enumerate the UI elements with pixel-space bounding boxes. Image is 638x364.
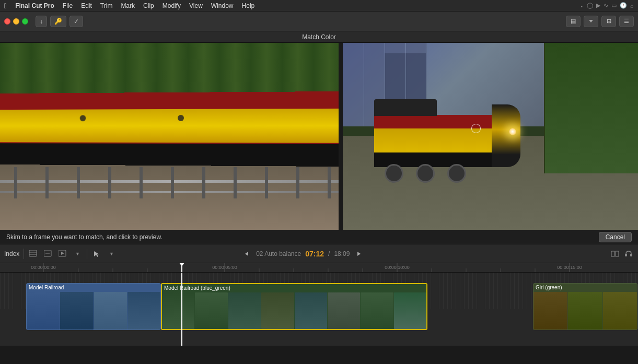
clip-girl-green[interactable]: Girl (green) — [533, 283, 637, 330]
prev-clip-button[interactable] — [241, 249, 252, 259]
list-icon: ☰ — [624, 18, 629, 25]
svg-marker-17 — [61, 252, 64, 255]
window-menu[interactable]: Window — [207, 2, 238, 9]
edit-menu[interactable]: Edit — [77, 2, 96, 9]
battery-icon: ▭ — [611, 2, 617, 9]
train-body-container — [0, 92, 339, 166]
close-button[interactable] — [4, 18, 10, 25]
loco-cab — [374, 99, 437, 116]
loco-red-stripe — [374, 115, 500, 130]
tracks-playhead — [181, 273, 182, 346]
wheel-2 — [416, 164, 435, 183]
modify-menu[interactable]: Modify — [158, 2, 185, 9]
bg-thumb-8 — [394, 292, 426, 329]
skim-bar: Skim to a frame you want to match, and c… — [0, 230, 638, 244]
pointer-tool-dropdown[interactable]: ▼ — [106, 249, 117, 259]
clip-model-railroad[interactable]: Model Railroad — [26, 283, 161, 330]
bg-thumb-4 — [261, 292, 294, 329]
thumb-3 — [94, 292, 127, 330]
train-mark-2 — [178, 115, 184, 121]
filmstrip-icon — [29, 250, 38, 257]
svg-rect-11 — [29, 250, 37, 256]
arrow-tool-icon — [93, 250, 100, 257]
clip-model-railroad-blue-green[interactable]: Model Railroad (blue_green) — [161, 283, 427, 330]
key-button[interactable]: 🔑 — [50, 16, 66, 27]
train-car — [0, 91, 339, 167]
layout-dropdown-button[interactable] — [584, 16, 598, 27]
clip-appearance-btn-2[interactable] — [43, 249, 53, 259]
search-menu-icon[interactable]: ⌕ — [630, 3, 634, 9]
video-icon — [59, 250, 67, 257]
loco-yellow-band — [374, 128, 500, 154]
wheel-1 — [385, 164, 403, 183]
toolbar: ↓ 🔑 ✓ ▤ ⊞ ☰ — [0, 11, 638, 31]
loco-headlight — [509, 128, 516, 135]
fullscreen-button[interactable] — [22, 18, 28, 25]
thumb-2 — [60, 292, 93, 330]
svg-rect-21 — [625, 254, 627, 256]
right-trees — [544, 43, 638, 173]
bg-thumb-7 — [361, 292, 393, 329]
timecode-separator: / — [328, 250, 330, 257]
download-icon: ↓ — [40, 18, 43, 25]
ruler-playhead — [181, 263, 182, 273]
zoom-to-fit-button[interactable] — [610, 249, 620, 259]
mark-menu[interactable]: Mark — [117, 2, 139, 9]
clip-height-dropdown[interactable]: ▼ — [72, 249, 83, 259]
bg-thumb-5 — [295, 292, 327, 329]
pointer-tool-btn[interactable] — [91, 249, 102, 259]
index-button[interactable]: Index — [4, 250, 19, 257]
clip-appearance-btn-1[interactable] — [28, 249, 39, 259]
trim-menu[interactable]: Trim — [96, 2, 117, 9]
clip-label-model-railroad: Model Railroad — [29, 285, 64, 290]
viewer-area — [0, 43, 638, 230]
list-view-button[interactable]: ☰ — [619, 16, 634, 27]
view-menu[interactable]: View — [185, 2, 207, 9]
match-color-label: Match Color — [302, 33, 336, 41]
toolbar-right: ▤ ⊞ ☰ — [566, 16, 634, 27]
left-viewer[interactable] — [0, 43, 339, 230]
auto-balance-label: 02 Auto balance — [256, 250, 301, 257]
file-menu[interactable]: File — [59, 2, 77, 9]
bg-thumb-3 — [228, 292, 261, 329]
locomotive-container — [374, 99, 520, 183]
layout-viewer-button[interactable]: ▤ — [566, 16, 581, 27]
dropbox-icon: ⬩ — [580, 3, 584, 9]
clip-menu[interactable]: Clip — [139, 2, 158, 9]
bg-thumb-1 — [162, 292, 194, 329]
thumb-1 — [27, 292, 60, 330]
glass-line-1 — [364, 43, 364, 126]
arrow-left-icon — [245, 252, 248, 256]
check-button[interactable]: ✓ — [69, 16, 83, 27]
cursor-indicator — [471, 124, 481, 133]
traffic-lights — [4, 18, 28, 25]
total-timecode: 18:09 — [334, 250, 350, 257]
clip-thumbstrip-3 — [533, 284, 637, 330]
timeline-ruler: 00:00:00:00 00:00:05:00 00:00:10:00 00:0… — [0, 263, 638, 273]
check-icon: ✓ — [74, 18, 79, 25]
download-button[interactable]: ↓ — [36, 16, 47, 27]
app-name-menu[interactable]: Final Cut Pro — [11, 2, 59, 9]
train-yellow — [0, 107, 339, 145]
right-viewer[interactable] — [343, 43, 638, 230]
apple-logo-icon[interactable]:  — [4, 2, 7, 10]
timeline-right-controls — [610, 249, 634, 259]
right-video-frame — [343, 43, 638, 230]
ruler-ticks-svg — [0, 263, 638, 273]
key-icon: 🔑 — [54, 18, 62, 25]
match-color-title-bar: Match Color — [0, 31, 638, 43]
audio-button[interactable] — [623, 249, 634, 259]
girl-thumb-2 — [568, 292, 602, 330]
cancel-button[interactable]: Cancel — [599, 232, 632, 242]
minimize-button[interactable] — [13, 18, 19, 25]
bg-thumb-6 — [328, 292, 360, 329]
loco-nose — [492, 104, 520, 167]
help-menu[interactable]: Help — [238, 2, 259, 9]
headphone-icon — [624, 250, 633, 257]
grid-view-button[interactable]: ⊞ — [601, 16, 616, 27]
timeline-controls-bar: Index ▼ ▼ 02 Auto balance 07:12 / 18:09 — [0, 244, 638, 263]
clip-appearance-btn-3[interactable] — [57, 249, 68, 259]
next-clip-button[interactable] — [354, 249, 364, 259]
clip-label-blue-green: Model Railroad (blue_green) — [164, 285, 230, 291]
svg-marker-18 — [94, 251, 99, 257]
